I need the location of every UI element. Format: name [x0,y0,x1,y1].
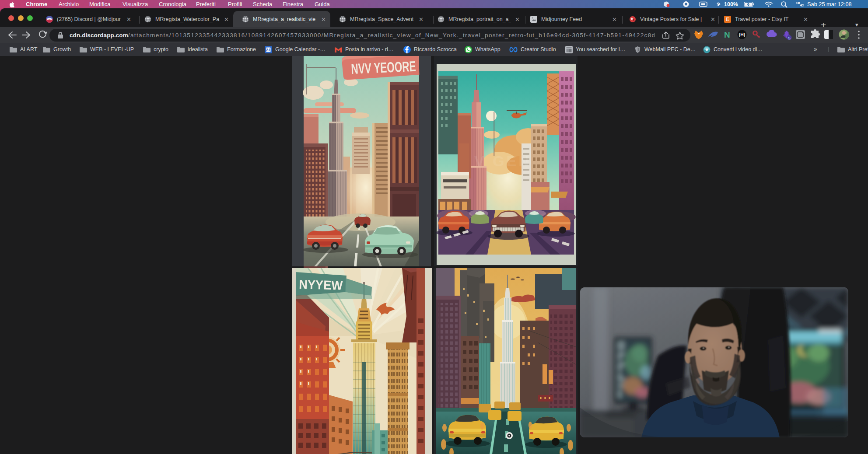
svg-text:31: 31 [266,48,270,52]
svg-text:100%: 100% [724,1,738,7]
svg-text:N: N [724,30,730,39]
svg-text:V GEN: V GEN [474,153,532,169]
svg-text:(H): (H) [739,32,746,37]
svg-text:5: 5 [788,36,791,40]
svg-text:E: E [726,17,729,22]
svg-text:NYYEW: NYYEW [299,277,343,293]
svg-text:Sab 25 mar 12:08: Sab 25 mar 12:08 [807,1,852,7]
svg-text:NVV YEOORE: NVV YEOORE [351,58,416,77]
